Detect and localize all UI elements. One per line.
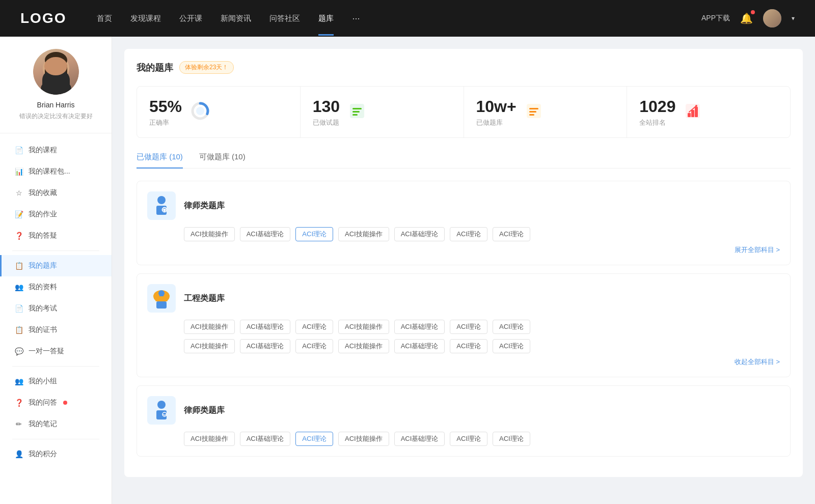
- user-menu-arrow[interactable]: ▾: [792, 15, 795, 22]
- avatar-image: [33, 49, 79, 95]
- eng-tag-2[interactable]: ACI理论: [295, 320, 333, 334]
- nav-discover[interactable]: 发现课程: [130, 14, 161, 23]
- sidebar-item-my-qa[interactable]: ❓ 我的问答: [0, 392, 112, 413]
- avatar-svg: [33, 49, 79, 95]
- nav-home[interactable]: 首页: [97, 14, 112, 23]
- sidebar-label-question-bank: 我的题库: [29, 261, 57, 270]
- svg-rect-16: [529, 114, 534, 116]
- sidebar-item-answers[interactable]: ❓ 我的答疑: [0, 225, 112, 246]
- bank-expand-lawyer-1[interactable]: 展开全部科目 >: [147, 245, 780, 255]
- page-header: 我的题库 体验剩余23天！: [137, 61, 791, 74]
- svg-point-8: [196, 107, 204, 115]
- eng-tag-1[interactable]: ACI基础理论: [240, 320, 291, 334]
- sidebar-label-profile: 我的资料: [29, 283, 57, 292]
- eng-tag-4[interactable]: ACI基础理论: [394, 320, 445, 334]
- nav-more[interactable]: ···: [352, 13, 360, 24]
- sidebar-item-favorites[interactable]: ☆ 我的收藏: [0, 182, 112, 204]
- nav-open-course[interactable]: 公开课: [179, 14, 202, 23]
- bank-tag-5[interactable]: ACI理论: [450, 227, 487, 241]
- stat-rank: 1029 全站排名: [627, 87, 790, 137]
- eng-tag-3[interactable]: ACI技能操作: [338, 320, 389, 334]
- rank-icon: [684, 102, 702, 122]
- sidebar-item-my-courses[interactable]: 📄 我的课程: [0, 139, 112, 161]
- law2-tag-6[interactable]: ACI理论: [493, 432, 530, 446]
- user-motto: 错误的决定比没有决定要好: [19, 112, 93, 121]
- notification-bell[interactable]: 🔔: [740, 12, 753, 24]
- law2-tag-3[interactable]: ACI技能操作: [338, 432, 389, 446]
- eng-tag-7[interactable]: ACI技能操作: [184, 339, 235, 353]
- bank-tags-engineer-row2: ACI技能操作 ACI基础理论 ACI理论 ACI技能操作 ACI基础理论 AC…: [147, 339, 780, 353]
- sidebar-item-one-on-one[interactable]: 💬 一对一答疑: [0, 341, 112, 362]
- eng-tag-9[interactable]: ACI理论: [295, 339, 333, 353]
- tab-done-banks[interactable]: 已做题库 (10): [137, 152, 183, 168]
- eng-tag-0[interactable]: ACI技能操作: [184, 320, 235, 334]
- sidebar-label-my-qa: 我的问答: [29, 398, 57, 407]
- svg-point-29: [158, 290, 165, 296]
- bank-section-lawyer-2: 律师类题库 ACI技能操作 ACI基础理论 ACI理论 ACI技能操作 ACI基…: [137, 385, 791, 457]
- law2-tag-4[interactable]: ACI基础理论: [394, 432, 445, 446]
- svg-rect-30: [156, 301, 167, 309]
- eng-tag-8[interactable]: ACI基础理论: [240, 339, 291, 353]
- stat-rank-text: 1029 全站排名: [639, 97, 675, 127]
- notes-icon: ✏: [14, 420, 23, 428]
- sidebar-label-my-courses: 我的课程: [29, 146, 57, 155]
- bank-tag-6[interactable]: ACI理论: [493, 227, 530, 241]
- bank-title-lawyer-2: 律师类题库: [184, 405, 225, 416]
- user-avatar[interactable]: [763, 9, 781, 27]
- sidebar-item-my-group[interactable]: 👥 我的小组: [0, 371, 112, 392]
- stat-banks-value: 10w+: [476, 97, 517, 116]
- sidebar-item-notes[interactable]: ✏ 我的笔记: [0, 413, 112, 435]
- app-download-button[interactable]: APP下载: [701, 14, 730, 23]
- lawyer-bank-icon-1: [147, 191, 176, 220]
- bank-tag-2[interactable]: ACI理论: [295, 227, 333, 241]
- eng-tag-10[interactable]: ACI技能操作: [338, 339, 389, 353]
- bank-title-lawyer-1: 律师类题库: [184, 201, 225, 211]
- svg-rect-3: [63, 64, 67, 77]
- law2-tag-2[interactable]: ACI理论: [295, 432, 333, 446]
- page-title: 我的题库: [137, 62, 173, 74]
- sidebar-item-profile[interactable]: 👥 我的资料: [0, 276, 112, 298]
- stat-accuracy-text: 55% 正确率: [149, 97, 182, 127]
- banks-done-icon: [525, 102, 543, 122]
- bank-tag-3[interactable]: ACI技能操作: [338, 227, 389, 241]
- bank-tag-4[interactable]: ACI基础理论: [394, 227, 445, 241]
- nav-news[interactable]: 新闻资讯: [221, 14, 251, 23]
- bank-expand-engineer[interactable]: 收起全部科目 >: [147, 357, 780, 367]
- lawyer-bank-icon-2: [147, 396, 176, 425]
- eng-tag-5[interactable]: ACI理论: [450, 320, 487, 334]
- stat-banks-label: 已做题库: [476, 118, 517, 127]
- stats-row: 55% 正确率 130 已做试题: [137, 86, 791, 138]
- logo[interactable]: LOGO: [20, 10, 66, 26]
- qa-notification-dot: [63, 401, 67, 405]
- eng-tag-13[interactable]: ACI理论: [493, 339, 530, 353]
- bank-section-lawyer-1: 律师类题库 ACI技能操作 ACI基础理论 ACI理论 ACI技能操作 ACI基…: [137, 181, 791, 265]
- law2-tag-5[interactable]: ACI理论: [450, 432, 487, 446]
- sidebar-label-points: 我的积分: [29, 450, 57, 459]
- sidebar-item-homework[interactable]: 📝 我的作业: [0, 204, 112, 225]
- sidebar-label-homework: 我的作业: [29, 210, 57, 219]
- sidebar-item-exams[interactable]: 📄 我的考试: [0, 298, 112, 319]
- eng-tag-11[interactable]: ACI基础理论: [394, 339, 445, 353]
- eng-tag-12[interactable]: ACI理论: [450, 339, 487, 353]
- favorites-icon: ☆: [14, 189, 23, 197]
- divider-1: [12, 250, 99, 251]
- nav-question-bank[interactable]: 题库: [318, 14, 334, 23]
- tab-available-banks[interactable]: 可做题库 (10): [199, 152, 246, 168]
- profile-icon: 👥: [14, 283, 23, 291]
- points-icon: 👤: [14, 450, 23, 458]
- user-profile: Brian Harris 错误的决定比没有决定要好: [0, 49, 112, 133]
- svg-rect-10: [352, 108, 362, 109]
- bank-tag-1[interactable]: ACI基础理论: [240, 227, 291, 241]
- sidebar-item-course-packages[interactable]: 📊 我的课程包...: [0, 161, 112, 182]
- stat-accuracy-label: 正确率: [149, 118, 182, 127]
- law2-tag-1[interactable]: ACI基础理论: [240, 432, 291, 446]
- sidebar-item-points[interactable]: 👤 我的积分: [0, 443, 112, 465]
- main-content: 我的题库 体验剩余23天！ 55% 正确率: [112, 37, 815, 504]
- nav-qa[interactable]: 问答社区: [269, 14, 300, 23]
- eng-tag-6[interactable]: ACI理论: [493, 320, 530, 334]
- law2-tag-0[interactable]: ACI技能操作: [184, 432, 235, 446]
- sidebar-item-certificates[interactable]: 📋 我的证书: [0, 319, 112, 341]
- svg-rect-11: [352, 111, 360, 113]
- sidebar-item-question-bank[interactable]: 📋 我的题库: [0, 255, 112, 276]
- bank-tag-0[interactable]: ACI技能操作: [184, 227, 235, 241]
